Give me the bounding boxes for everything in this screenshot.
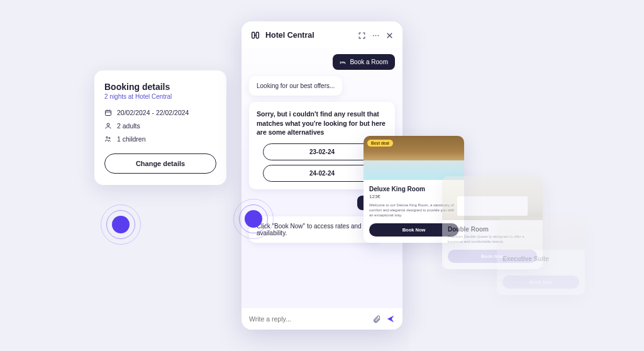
expand-icon[interactable] bbox=[358, 31, 366, 40]
bed-icon bbox=[340, 59, 346, 65]
highlight-pulse-change bbox=[112, 216, 130, 233]
booking-dates-row: 20/02/2024 - 22/02/2024 bbox=[104, 109, 216, 116]
booking-subtitle: 2 nights at Hotel Central bbox=[104, 93, 216, 100]
room-name: Executive Suite bbox=[502, 255, 579, 262]
booking-details-card: Booking details 2 nights at Hotel Centra… bbox=[94, 70, 226, 185]
svg-point-8 bbox=[377, 35, 379, 36]
svg-point-2 bbox=[106, 136, 108, 138]
bot-message: Looking for our best offers... bbox=[249, 76, 342, 96]
chat-title: Hotel Central bbox=[265, 31, 353, 40]
booking-title: Booking details bbox=[104, 82, 216, 92]
svg-point-3 bbox=[109, 138, 110, 139]
close-icon[interactable] bbox=[386, 31, 394, 40]
highlight-pulse-date bbox=[245, 210, 262, 228]
family-icon bbox=[104, 135, 112, 143]
room-card-suite: Executive Suite Book Now bbox=[497, 217, 585, 295]
reply-input[interactable] bbox=[249, 315, 367, 323]
user-message: Book a Room bbox=[333, 54, 395, 70]
booking-children: 1 children bbox=[117, 135, 146, 143]
svg-rect-4 bbox=[252, 32, 255, 38]
attachment-icon[interactable] bbox=[372, 315, 381, 323]
options-icon[interactable] bbox=[372, 31, 380, 40]
booking-adults-row: 2 adults bbox=[104, 122, 216, 130]
svg-rect-0 bbox=[106, 111, 111, 116]
room-description bbox=[502, 264, 579, 270]
room-image bbox=[442, 176, 543, 220]
svg-point-1 bbox=[107, 123, 109, 126]
person-icon bbox=[104, 122, 112, 130]
fade-overlay bbox=[409, 326, 610, 351]
booking-children-row: 1 children bbox=[104, 135, 216, 143]
room-image: Best deal bbox=[364, 136, 464, 180]
change-details-button[interactable]: Change details bbox=[104, 153, 216, 174]
svg-point-7 bbox=[375, 35, 377, 36]
chat-header: Hotel Central bbox=[242, 21, 402, 48]
calendar-icon bbox=[104, 109, 112, 116]
book-now-button[interactable]: Book Now bbox=[502, 276, 579, 289]
room-image bbox=[497, 217, 585, 250]
booking-adults: 2 adults bbox=[117, 122, 140, 130]
alternatives-title: Sorry, but i couldn't find any result th… bbox=[257, 109, 387, 137]
booking-dates: 20/02/2024 - 22/02/2024 bbox=[117, 109, 189, 116]
send-icon[interactable] bbox=[386, 315, 395, 323]
hotel-logo-icon bbox=[250, 30, 260, 40]
svg-rect-5 bbox=[256, 32, 258, 38]
user-message-text: Book a Room bbox=[350, 58, 388, 65]
chat-input-bar bbox=[242, 308, 402, 330]
best-deal-badge: Best deal bbox=[367, 140, 393, 147]
svg-point-6 bbox=[373, 35, 374, 36]
